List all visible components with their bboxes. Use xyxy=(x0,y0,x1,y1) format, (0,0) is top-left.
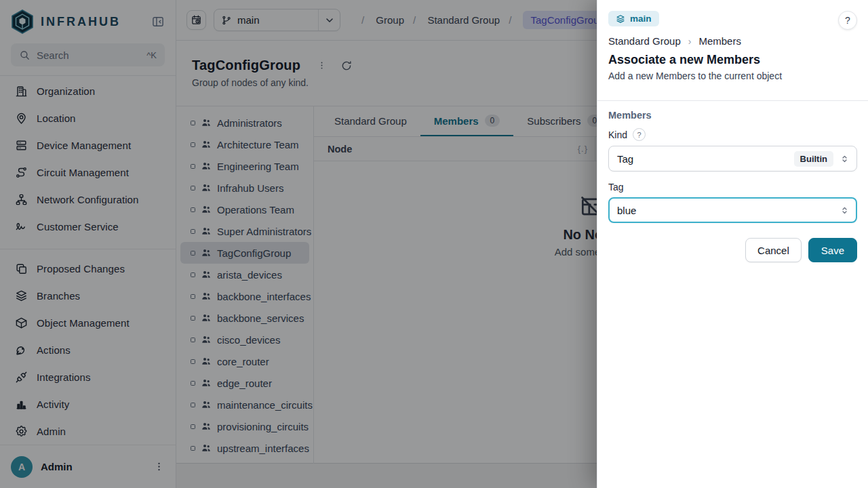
branch-badge-label: main xyxy=(630,14,652,24)
drawer-breadcrumb: Standard Group › Members xyxy=(608,35,857,47)
kind-select[interactable]: Tag Builtin xyxy=(608,146,857,171)
kind-builtin-badge: Builtin xyxy=(794,151,833,167)
drawer-subtitle: Add a new Members to the current object xyxy=(608,70,857,81)
drawer-breadcrumb-child: Members xyxy=(698,35,741,47)
help-button[interactable]: ? xyxy=(838,11,857,30)
associate-members-drawer: main ? Standard Group › Members Associat… xyxy=(597,0,868,488)
drawer-header: main ? Standard Group › Members Associat… xyxy=(597,0,868,91)
drawer-title: Associate a new Members xyxy=(608,53,857,67)
kind-field-label: Kind xyxy=(608,129,627,140)
form-section-label: Members xyxy=(608,110,857,121)
unfold-chevrons-icon xyxy=(840,154,850,164)
save-button[interactable]: Save xyxy=(808,238,857,262)
kind-help-icon[interactable]: ? xyxy=(633,128,646,141)
branch-badge: main xyxy=(608,11,659,26)
tag-field-label: Tag xyxy=(608,182,624,192)
drawer-form: Members Kind ? Tag Builtin Tag blue Canc… xyxy=(597,101,868,262)
layers-icon xyxy=(616,14,625,24)
tag-select[interactable]: blue xyxy=(608,197,857,223)
drawer-breadcrumb-parent: Standard Group xyxy=(608,35,681,47)
cancel-button[interactable]: Cancel xyxy=(745,238,802,262)
unfold-chevrons-icon xyxy=(840,205,850,216)
kind-select-value: Tag xyxy=(617,153,794,165)
tag-select-value: blue xyxy=(617,205,840,216)
chevron-right-icon: › xyxy=(688,36,692,47)
